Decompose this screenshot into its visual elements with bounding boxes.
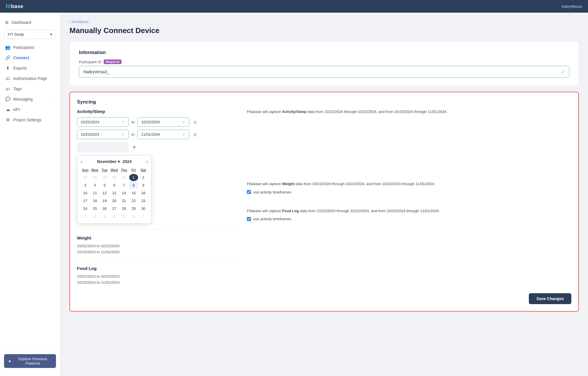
add-date-row-button[interactable]: + [133,144,136,151]
cal-day[interactable]: 1 [81,213,90,220]
information-section-title: Information [79,50,569,55]
calendar-dropdown[interactable]: ‹ November ▾ 2024 › Sun Mon Tue [77,155,152,224]
cal-day[interactable]: 5 [100,182,109,189]
cal-day[interactable]: 21 [119,197,129,204]
cal-day[interactable]: 9 [139,182,148,189]
delete-row-1-icon[interactable]: 🗑 [193,120,197,124]
sidebar-item-participants[interactable]: 👥 Participants [0,42,60,53]
sidebar: ⊞ Dashboard FIT Study ▾ 👥 Participants 🔗… [0,13,60,376]
calendar-row: + [77,142,238,152]
cal-day[interactable]: 24 [81,205,90,212]
cal-day[interactable]: 28 [119,205,129,212]
cal-day[interactable]: 27 [110,205,119,212]
sidebar-item-exports[interactable]: ⬇ Exports [0,63,60,73]
to-label-1: to [131,120,135,124]
cal-header-wed: Wed [110,167,119,173]
sync-left-panel: Activity/Sleep 10/22/2024 ✓ to 10/22/202… [77,109,238,286]
cal-day[interactable]: 5 [119,213,129,220]
cal-day[interactable]: 14 [119,189,129,197]
cal-day[interactable]: 29 [100,174,109,181]
food-bold: Food Log [282,209,299,213]
sidebar-item-connect[interactable]: 🔗 Connect [0,53,60,63]
cal-day[interactable]: 4 [90,182,100,189]
activity-date-row-2: 10/23/2024 ✓ to 11/01/2024 ✓ 🗑 [77,130,238,139]
cal-day[interactable]: 6 [110,182,119,189]
sidebar-item-dashboard[interactable]: ⊞ Dashboard [0,17,60,28]
participant-id-value: HaileyVersa3_ [83,70,109,74]
cal-day[interactable]: 26 [100,205,109,212]
study-selector[interactable]: FIT Study ▾ [4,30,56,39]
sidebar-item-messaging[interactable]: 💬 Messaging › [0,94,60,104]
cal-day[interactable]: 20 [110,197,119,204]
cal-day[interactable]: 6 [129,213,138,220]
cal-day[interactable]: 12 [100,189,109,197]
activity-bold: Activity/Sleep [282,110,306,114]
nav-label: Exports [13,66,27,70]
calendar-prev-button[interactable]: ‹ [81,159,82,164]
cal-day[interactable]: 28 [90,174,100,181]
save-changes-button[interactable]: Save Changes [529,293,571,304]
cal-day[interactable]: 11 [90,189,100,197]
weight-use-activity-checkbox[interactable] [247,190,251,194]
activity-to-date-1[interactable]: 10/22/2024 ✓ [138,117,189,127]
delete-row-2-icon[interactable]: 🗑 [193,132,197,137]
cal-day-highlighted[interactable]: 8 [129,182,138,189]
sidebar-item-api[interactable]: ☁ API [0,104,60,115]
main-content: Invitations Manually Connect Device Info… [60,13,588,376]
cal-day[interactable]: 30 [139,205,148,212]
cal-day[interactable]: 4 [110,213,119,220]
cal-day[interactable]: 23 [139,197,148,204]
empty-from-field [77,142,129,152]
syncing-title: Syncing [77,99,571,105]
check-icon-1: ✓ [122,120,125,124]
calendar-grid: Sun Mon Tue Wed Thu Fri Sat 27 28 29 30 [81,167,148,220]
activity-from-date-2[interactable]: 10/23/2024 ✓ [77,130,129,139]
nav-label: Project Settings [13,118,41,122]
cal-day[interactable]: 27 [81,174,90,181]
sidebar-item-project-settings[interactable]: ⚙ Project Settings [0,115,60,125]
cal-day[interactable]: 10 [81,189,90,197]
cal-day[interactable]: 7 [139,213,148,220]
calendar-next-button[interactable]: › [146,159,148,164]
required-badge: Required [104,60,121,64]
cal-day[interactable]: 7 [119,182,129,189]
cal-day[interactable]: 13 [110,189,119,197]
divider-food [77,260,238,260]
food-range-1: 10/22/2024 to 10/22/2024 [77,274,238,279]
cal-day[interactable]: 22 [129,197,138,204]
sidebar-item-authorization-page[interactable]: 🏷 Authorization Page [0,73,60,84]
nav-label: Participants [13,45,34,50]
syncing-card: Syncing Activity/Sleep 10/22/2024 ✓ to 1… [69,92,579,312]
cal-day[interactable]: 29 [129,205,138,212]
activity-info-text: Fitabase will capture Activity/Sleep dat… [247,109,571,115]
cal-day[interactable]: 15 [129,189,138,197]
cal-day[interactable]: 30 [110,174,119,181]
cal-day[interactable]: 3 [81,182,90,189]
cal-day[interactable]: 31 [119,174,129,181]
check-icon-3: ✓ [122,132,125,137]
explore-star-icon: ★ [8,359,11,363]
activity-from-date-1[interactable]: 10/22/2024 ✓ [77,117,129,127]
cal-day[interactable]: 2 [90,213,100,220]
food-use-activity-row: use activity timeframes [247,217,571,221]
cal-day[interactable]: 18 [90,197,100,204]
cal-day[interactable]: 19 [100,197,109,204]
cal-day[interactable]: 16 [139,189,148,197]
breadcrumb[interactable]: Invitations [69,20,579,24]
cal-day[interactable]: 17 [81,197,90,204]
tags-icon: 🏷 [5,86,10,91]
dashboard-label: Dashboard [11,20,31,25]
nav-label: Connect [13,55,29,60]
cal-day[interactable]: 3 [100,213,109,220]
activity-to-date-2[interactable]: 11/01/2024 ✓ [138,130,189,139]
explore-premium-button[interactable]: ★ Explore Premium Features [4,354,56,368]
sidebar-item-tags[interactable]: 🏷 Tags [0,84,60,94]
sidebar-bottom: ★ Explore Premium Features [0,350,60,371]
cal-day[interactable]: 25 [90,205,100,212]
weight-use-activity-row: use activity timeframes [247,190,571,194]
cal-day-selected[interactable]: 1 [129,174,138,181]
cal-day[interactable]: 2 [139,174,148,181]
nav-label: API [13,107,20,112]
food-use-activity-checkbox[interactable] [247,217,251,221]
participant-id-input[interactable]: HaileyVersa3_ ✓ [79,66,569,78]
